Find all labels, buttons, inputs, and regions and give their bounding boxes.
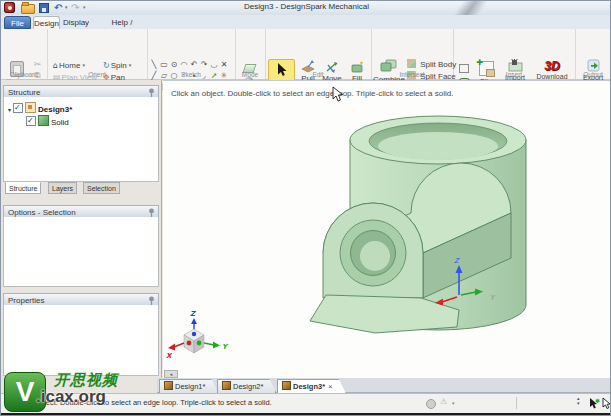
split-body-button[interactable]: Split Body <box>407 59 456 70</box>
watermark-letter: V <box>16 376 35 407</box>
tab-help-resources[interactable]: Help / Resources <box>92 16 152 29</box>
home-label: Home <box>59 61 80 70</box>
sketch-arc-icon[interactable]: ◠ <box>179 59 189 70</box>
home-view-button[interactable]: ⌂Home <box>53 60 85 71</box>
svg-text:✦: ✦ <box>359 60 364 66</box>
origin-z-label: Z <box>190 310 196 318</box>
solid-node-label: Solid <box>51 118 69 127</box>
left-dock-panel: Structure ▾Design3* Solid Structure Laye… <box>1 80 162 393</box>
tab-design[interactable]: Design <box>33 16 60 29</box>
window-title: Design3 - DesignSpark Mechanical <box>1 2 611 11</box>
home-icon: ⌂ <box>53 61 58 70</box>
document-tab-bar: Design1* Design2* Design3*× <box>157 378 611 393</box>
cursor-status-icon[interactable] <box>602 397 611 410</box>
panel-tab-selection[interactable]: Selection <box>83 182 120 194</box>
sketch-circle-icon[interactable]: ⊙ <box>169 59 179 70</box>
insert-group-label: Insert <box>453 71 575 78</box>
ribbon-group-orient: ⌂Home ↻Spin ▤Plan View ✥Pan ◉ Zoom Orien… <box>47 29 148 79</box>
spin-label: Spin <box>111 61 127 70</box>
origin-x-label: X <box>166 352 173 360</box>
status-separator <box>516 397 517 409</box>
title-bar: ↶ ▾ ↷ ▾ Design3 - DesignSpark Mechanical <box>1 1 611 16</box>
3d-viewport[interactable]: Click an object. Double-click to select … <box>163 80 611 378</box>
spin-button[interactable]: ↻Spin <box>103 60 131 71</box>
sketch-trim-icon[interactable]: ✕ <box>219 59 229 70</box>
doc-tab-design3[interactable]: Design3*× <box>277 379 346 393</box>
split-body-icon <box>407 59 416 68</box>
ribbon-group-intersect: Combine Split Body Split Face Project In… <box>371 29 454 79</box>
doc-tab-label: Design1* <box>175 382 205 391</box>
structure-tree: ▾Design3* Solid <box>3 97 159 182</box>
model-canvas[interactable]: Z Y Z X Y <box>163 81 611 379</box>
ribbon-group-mode: Mode <box>235 29 266 79</box>
design3-visibility-checkbox[interactable] <box>13 103 23 113</box>
cut-button[interactable]: ✂ <box>31 59 44 69</box>
intersect-group-label: Intersect <box>371 71 453 78</box>
sketch-tool-icon[interactable]: ↶ <box>189 59 199 70</box>
tab-display[interactable]: Display <box>62 16 90 29</box>
sketch-tool-icon[interactable]: ◡ <box>209 59 219 70</box>
doc-tab-design2[interactable]: Design2* <box>217 379 276 393</box>
options-panel-title: Options - Selection <box>8 208 76 217</box>
panel-tab-structure[interactable]: Structure <box>5 182 41 194</box>
options-panel-body <box>3 217 159 287</box>
document-icon <box>164 381 173 390</box>
orient-group-label: Orient <box>47 71 147 78</box>
scissors-icon: ✂ <box>34 59 42 69</box>
tree-expander-icon[interactable]: ▾ <box>8 106 11 113</box>
boss-hole-inner <box>360 241 390 271</box>
tab-file[interactable]: File <box>4 16 31 29</box>
warning-icon[interactable]: ⚠ <box>440 397 447 406</box>
structure-panel-title: Structure <box>8 88 40 97</box>
ribbon-group-clipboard: Paste ✂ ⧉ ✎ Clipboard <box>1 29 48 79</box>
snap-stepper-icon[interactable]: ▴▾ <box>577 396 580 406</box>
split-body-label: Split Body <box>420 60 456 69</box>
world-origin-triad: Z X Y <box>166 310 229 360</box>
solid-visibility-checkbox[interactable] <box>26 116 36 126</box>
ribbon-group-edit: Select ▾ Pull Move ✦ Fill Edit <box>265 29 372 79</box>
ribbon: Paste ✂ ⧉ ✎ Clipboard ⌂Home ↻Spin ▤Plan … <box>1 29 611 80</box>
close-tab-icon[interactable]: × <box>328 382 333 391</box>
cylinder-bore-floor <box>378 132 498 160</box>
mode-sketch-button[interactable] <box>242 58 256 70</box>
properties-panel-title: Properties <box>8 296 44 305</box>
sketch-tool-icon[interactable]: ↷ <box>199 59 209 70</box>
document-icon <box>222 381 231 390</box>
spin-icon: ↻ <box>103 61 110 70</box>
ribbon-group-sketch: ╲ ▭ ⊙ ◠ ↶ ↷ ◡ ✕ ╱ ▱ ○ ◜ ∙ ◞ ➚ ✳ ┄ ◎ ⊚ ↻ … <box>147 29 236 79</box>
design3-node-label: Design3* <box>38 105 72 114</box>
status-dropdown-icon[interactable]: ▾ <box>452 400 455 406</box>
origin-y-label: Y <box>222 343 229 351</box>
doc-tab-design1[interactable]: Design1* <box>159 379 218 393</box>
watermark-site-text: .icax.org <box>36 387 106 407</box>
doc-tab-label: Design2* <box>233 382 263 391</box>
edit-group-label: Edit <box>265 71 371 78</box>
properties-panel-body <box>3 305 159 376</box>
solid-cube-icon <box>38 115 49 126</box>
designspark-window: { "window": {"title": "Design3 - DesignS… <box>0 0 611 416</box>
panel-tab-layers[interactable]: Layers <box>48 182 77 194</box>
ribbon-tab-row: File Design Display Help / Resources <box>1 15 611 29</box>
clipboard-group-label: Clipboard <box>1 71 47 78</box>
viewport-splitter-handle[interactable]: ◂ <box>164 370 178 378</box>
design-component-icon <box>25 102 36 113</box>
record-status-icon[interactable] <box>426 399 436 409</box>
sketch-rectangle-icon[interactable]: ▭ <box>159 59 169 70</box>
select-status-icon[interactable]: ✱ <box>589 397 601 410</box>
output-group-label: Output <box>575 71 611 78</box>
sketch-group-label: Sketch <box>147 71 235 78</box>
tree-row-design3[interactable]: ▾Design3* <box>8 102 72 113</box>
ribbon-group-insert: File Import PCB 3D Download 3D Models In… <box>453 29 576 79</box>
doc-tab-label: Design3* <box>293 382 325 391</box>
mouse-cursor-icon <box>333 87 343 101</box>
ribbon-group-output: Export Options ▾ Output <box>575 29 611 79</box>
mode-group-label: Mode <box>235 71 265 78</box>
document-icon <box>282 381 291 390</box>
tree-row-solid[interactable]: Solid <box>26 115 69 126</box>
sketch-line-icon[interactable]: ╲ <box>149 59 159 70</box>
svg-text:✱: ✱ <box>595 397 600 404</box>
